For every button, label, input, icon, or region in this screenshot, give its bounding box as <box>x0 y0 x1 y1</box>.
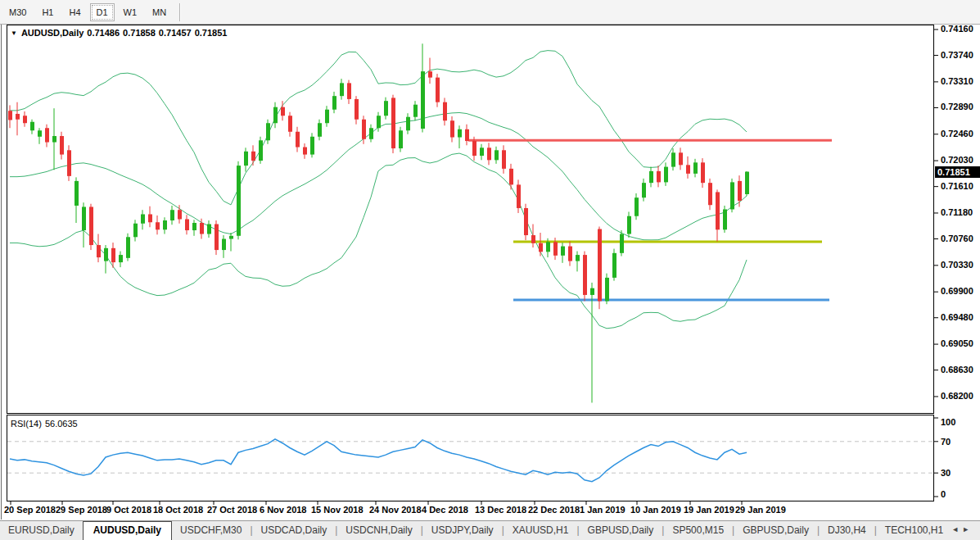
candle-body <box>104 248 108 261</box>
chart-tab-eurusd-daily[interactable]: EURUSD,Daily <box>0 521 83 540</box>
candle-body <box>428 71 432 78</box>
candle-body <box>310 137 314 155</box>
chart-tab-usdchf-m30[interactable]: USDCHF,M30 <box>172 521 250 540</box>
chart-tab-usdcad-daily[interactable]: USDCAD,Daily <box>253 521 336 540</box>
candle-body <box>664 167 668 183</box>
rsi-axis-label: 100 <box>941 417 955 427</box>
bar-high: 0.71858 <box>123 28 156 38</box>
rsi-axis-label: 0 <box>941 489 946 499</box>
candle-body <box>708 183 712 205</box>
candle-body <box>332 96 336 110</box>
candle-body <box>325 110 329 124</box>
candle-body <box>362 120 366 139</box>
rsi-axis-label: 30 <box>941 468 951 478</box>
candle-body <box>642 183 646 197</box>
price-axis-label: 0.73310 <box>941 76 973 86</box>
candle-body <box>377 116 381 128</box>
candle-body <box>156 222 160 229</box>
chart-tab-sp500-m15[interactable]: SP500,M15 <box>664 521 732 540</box>
candle-body <box>170 210 174 220</box>
candle-body <box>598 229 602 302</box>
chart-tab-gbpusd-daily[interactable]: GBPUSD,Daily <box>734 521 817 540</box>
chart-tab-dj30-h4[interactable]: DJ30,H4 <box>820 521 874 540</box>
candle-body <box>141 214 145 223</box>
candle-body <box>539 243 543 252</box>
candle-body <box>192 223 196 230</box>
candle-body <box>273 107 278 124</box>
rsi-name: RSI(14) <box>11 419 42 429</box>
date-axis-label: 29 Sep 2018 <box>56 505 107 515</box>
timeframe-button-h1[interactable]: H1 <box>35 3 60 21</box>
timeframe-button-w1[interactable]: W1 <box>117 3 144 21</box>
timeframe-button-m30[interactable]: M30 <box>2 3 33 21</box>
current-price-badge: 0.71851 <box>935 166 980 178</box>
date-axis-label: 22 Dec 2018 <box>528 505 580 515</box>
candle-body <box>553 242 558 256</box>
chart-tab-xauusd-h1[interactable]: XAUUSD,H1 <box>504 521 577 540</box>
tab-scroll-right-icon[interactable]: ► <box>962 525 973 533</box>
candle-body <box>281 107 285 116</box>
chart-tab-usdjpy-daily[interactable]: USDJPY,Daily <box>423 521 502 540</box>
candle-body <box>369 128 373 139</box>
chart-tab-usdcnh-daily[interactable]: USDCNH,Daily <box>337 521 420 540</box>
bar-low: 0.71457 <box>159 28 192 38</box>
candle-body <box>126 237 130 258</box>
candle-body <box>568 247 572 261</box>
candle-body <box>450 120 454 137</box>
candle-body <box>200 223 204 234</box>
date-axis-label: 27 Oct 2018 <box>207 505 257 515</box>
chart-tab-gbpusd-daily[interactable]: GBPUSD,Daily <box>580 521 662 540</box>
timeframe-button-h4[interactable]: H4 <box>62 3 87 21</box>
candle-body <box>119 255 123 262</box>
timeframe-toolbar: M30H1H4D1W1MN <box>0 0 980 25</box>
date-axis-label: 18 Oct 2018 <box>153 505 203 515</box>
candle-body <box>693 162 698 174</box>
candle-body <box>347 83 351 99</box>
candle-body <box>30 122 34 131</box>
price-axis-label: 0.68200 <box>941 391 973 401</box>
price-axis-label: 0.72030 <box>941 155 973 165</box>
candle-body <box>583 255 587 295</box>
timeframe-button-mn[interactable]: MN <box>146 3 173 21</box>
candle-body <box>671 152 675 166</box>
price-axis-label: 0.68630 <box>941 365 973 374</box>
candle-body <box>60 136 64 155</box>
chart-tab-tech100-h1[interactable]: TECH100,H1 <box>877 521 951 540</box>
candle-body <box>517 184 521 208</box>
price-axis-label: 0.71610 <box>941 181 973 191</box>
candle-body <box>436 78 440 102</box>
candle-body <box>178 210 182 219</box>
price-axis-label: 0.70760 <box>941 234 973 243</box>
candle-body <box>355 99 359 120</box>
candle-body <box>237 166 241 236</box>
candle-body <box>399 130 403 148</box>
candle-body <box>185 219 189 230</box>
candle-body <box>421 71 425 129</box>
symbol-dropdown-icon[interactable]: ▼ <box>11 29 17 37</box>
candle-body <box>620 234 624 253</box>
chart-canvas[interactable] <box>0 0 980 540</box>
chart-title: ▼AUDUSD,Daily0.714860.718580.714570.7185… <box>11 28 230 38</box>
candle-body <box>686 165 690 174</box>
tab-scroll-left-icon[interactable]: ◄ <box>951 525 962 533</box>
candle-body <box>413 105 418 117</box>
timeframe-button-d1[interactable]: D1 <box>90 3 115 21</box>
candle-body <box>524 208 528 235</box>
candle-body <box>531 235 535 243</box>
bar-close: 0.71851 <box>195 28 228 38</box>
candle-body <box>480 147 484 156</box>
candle-body <box>701 162 705 183</box>
candle-body <box>561 247 565 256</box>
candle-body <box>16 114 20 120</box>
candle-body <box>406 117 410 131</box>
candle-body <box>723 209 727 229</box>
candle-body <box>745 172 749 194</box>
date-axis-label: 24 Nov 2018 <box>369 505 422 515</box>
chart-tab-audusd-daily[interactable]: AUDUSD,Daily <box>83 521 172 540</box>
candle-body <box>472 141 476 156</box>
candle-body <box>52 136 56 143</box>
candle-body <box>207 225 211 234</box>
candle-body <box>229 236 233 239</box>
candle-body <box>487 147 491 160</box>
candle-body <box>443 102 447 121</box>
